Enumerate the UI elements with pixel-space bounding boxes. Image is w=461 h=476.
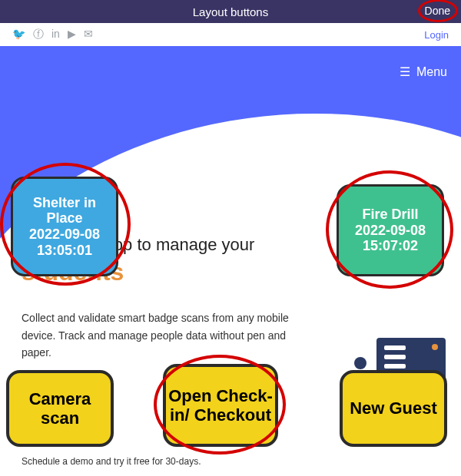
menu-label: Menu (416, 65, 447, 79)
tile-new-guest[interactable]: New Guest (340, 370, 447, 447)
hamburger-icon: ☰ (400, 64, 410, 79)
done-button[interactable]: Done (422, 3, 453, 18)
tile-open-checkin-checkout[interactable]: Open Check-in/ Checkout (163, 364, 278, 447)
tile-shelter-name: Shelter in Place (18, 195, 111, 226)
tile-camera-scan[interactable]: Camera scan (6, 370, 114, 447)
tile-fire-drill[interactable]: Fire Drill 2022-09-08 15:07:02 (337, 184, 444, 276)
tile-shelter-ts: 2022-09-08 13:05:01 (18, 226, 111, 258)
top-nav: 🐦 ⓕ in ▶ ✉ Login (0, 23, 461, 46)
hero-desc: Collect and validate smart badge scans f… (22, 309, 298, 361)
status-bar: Layout buttons Done (0, 0, 461, 23)
status-title: Layout buttons (193, 5, 268, 18)
tile-fire-ts: 2022-09-08 15:07:02 (343, 223, 437, 254)
facebook-icon[interactable]: ⓕ (33, 28, 44, 41)
tile-fire-name: Fire Drill (343, 207, 437, 223)
social-icons: 🐦 ⓕ in ▶ ✉ (12, 28, 93, 41)
schedule-text: Schedule a demo and try it free for 30-d… (22, 456, 298, 467)
mail-icon[interactable]: ✉ (84, 28, 93, 41)
login-link[interactable]: Login (424, 29, 449, 41)
tile-shelter-in-place[interactable]: Shelter in Place 2022-09-08 13:05:01 (11, 177, 118, 276)
linkedin-icon[interactable]: in (51, 28, 60, 41)
youtube-icon[interactable]: ▶ (68, 28, 76, 41)
twitter-icon[interactable]: 🐦 (12, 28, 25, 41)
menu-button[interactable]: ☰ Menu (400, 64, 447, 79)
